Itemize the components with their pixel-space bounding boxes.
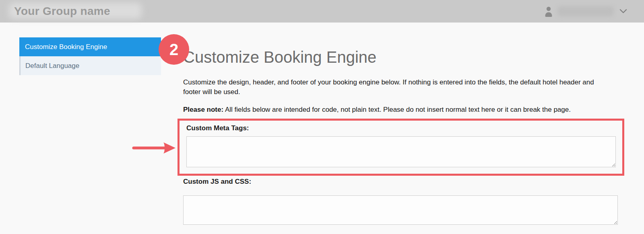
group-name-title: Your Group name <box>14 5 110 18</box>
sidebar-item-default-language[interactable]: Default Language <box>19 56 161 75</box>
highlight-box: Custom Meta Tags: <box>178 119 624 176</box>
settings-sidebar: Customize Booking Engine Default Languag… <box>19 37 161 75</box>
note-text: Please note: All fields below are intend… <box>183 105 626 114</box>
custom-meta-tags-label: Custom Meta Tags: <box>186 124 616 132</box>
redacted-user-name-blur <box>557 6 614 16</box>
arrow-right-icon <box>131 141 177 155</box>
page-title: Customize Booking Engine <box>183 48 376 66</box>
step-badge: 2 <box>159 34 189 65</box>
person-icon <box>544 6 553 17</box>
intro-text: Customize the design, header, and footer… <box>183 78 605 97</box>
note-body: All fields below are intended for code, … <box>225 106 571 113</box>
page: Your Group name Customize Booking Engine… <box>0 0 644 234</box>
custom-js-css-label: Custom JS and CSS: <box>183 178 251 186</box>
top-header: Your Group name <box>0 0 644 23</box>
note-label: Please note: <box>183 106 223 113</box>
custom-js-css-input[interactable] <box>183 195 618 225</box>
custom-meta-tags-input[interactable] <box>186 136 616 167</box>
sidebar-item-customize-booking-engine[interactable]: Customize Booking Engine <box>19 37 161 56</box>
user-menu[interactable] <box>544 5 627 18</box>
chevron-down-icon <box>618 9 627 14</box>
